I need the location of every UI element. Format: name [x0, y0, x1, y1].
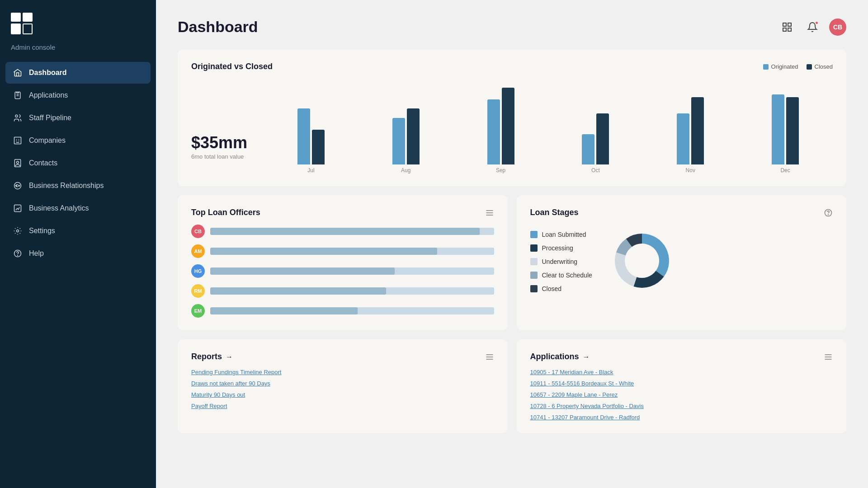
- donut-segment: [633, 271, 664, 288]
- closed-bar: [502, 88, 514, 164]
- loan-stages-title: Loan Stages: [530, 208, 579, 217]
- officer-row: EM: [191, 304, 494, 318]
- handshake-icon: [13, 181, 23, 191]
- application-link[interactable]: 10905 - 17 Meridian Ave - Black: [530, 369, 833, 375]
- list-icon-button[interactable]: [485, 208, 494, 217]
- report-link[interactable]: Draws not taken after 90 Days: [191, 380, 494, 387]
- officer-bar-fill: [210, 307, 358, 314]
- stage-dot: [530, 258, 538, 265]
- report-link[interactable]: Pending Fundings Timeline Report: [191, 369, 494, 375]
- application-link[interactable]: 10657 - 2209 Maple Lane - Perez: [530, 391, 833, 398]
- sidebar-item-label: Applications: [29, 91, 68, 99]
- sidebar-item-help[interactable]: Help: [5, 243, 151, 264]
- bottom-row: Reports → Pending Fundings Timeline Repo…: [178, 339, 846, 433]
- sidebar-item-label: Help: [29, 249, 44, 258]
- chart-total-value: $35mm: [191, 133, 264, 152]
- application-link[interactable]: 10741 - 13207 Paramount Drive - Radford: [530, 414, 833, 421]
- sidebar-item-dashboard[interactable]: Dashboard: [5, 62, 151, 84]
- closed-bar: [312, 130, 325, 164]
- user-avatar-button[interactable]: CB: [829, 19, 846, 36]
- bar-pair: [772, 94, 799, 164]
- bar-group: Sep: [453, 88, 548, 174]
- bar-group: Dec: [738, 94, 833, 174]
- sidebar-item-settings[interactable]: Settings: [5, 220, 151, 242]
- cards-grid: Originated vs Closed Originated Closed $…: [178, 49, 846, 433]
- sidebar-item-label: Companies: [29, 136, 66, 145]
- loan-stages-content: Loan Submitted Processing Underwriting C…: [530, 225, 833, 299]
- applications-widget-card: Applications → 10905 - 17 Meridian Ave -…: [517, 339, 847, 433]
- officer-bar-fill: [210, 287, 386, 295]
- grid-icon-button[interactable]: [778, 19, 796, 36]
- legend-closed: Closed: [807, 63, 833, 70]
- loan-stages-card: Loan Stages Loan Submitted Processing Un…: [517, 195, 847, 330]
- chart-title: Originated vs Closed: [191, 62, 273, 71]
- originated-vs-closed-card: Originated vs Closed Originated Closed $…: [178, 49, 846, 186]
- officer-bar-fill: [210, 228, 480, 235]
- bar-pair: [297, 108, 325, 164]
- bar-label: Nov: [686, 167, 695, 174]
- chart-total-label: 6mo total loan value: [191, 153, 264, 160]
- building-icon: [13, 136, 23, 145]
- reports-title-group: Reports →: [191, 352, 233, 361]
- reports-list-icon[interactable]: [485, 352, 494, 361]
- bar-pair: [677, 97, 704, 164]
- sidebar-item-contacts[interactable]: Contacts: [5, 152, 151, 174]
- clipboard-icon: [13, 90, 23, 100]
- officer-bar-bg: [210, 228, 494, 235]
- svg-point-11: [17, 230, 19, 232]
- sidebar-item-label: Staff Pipeline: [29, 114, 71, 122]
- officer-avatar: RM: [191, 284, 205, 298]
- apps-list-icon[interactable]: [824, 352, 833, 361]
- reports-header: Reports →: [191, 352, 494, 361]
- stage-label: Clear to Schedule: [542, 272, 592, 279]
- sidebar-item-business-relationships[interactable]: Business Relationships: [5, 175, 151, 197]
- help-circle-icon-button[interactable]: [824, 208, 833, 217]
- bar-group: Oct: [548, 113, 643, 174]
- report-link[interactable]: Maturity 90 Days out: [191, 391, 494, 398]
- chart-legend: Originated Closed: [763, 63, 833, 70]
- originated-bar: [487, 99, 500, 164]
- svg-point-6: [17, 161, 19, 164]
- svg-rect-16: [783, 28, 786, 31]
- sidebar-item-staff-pipeline[interactable]: Staff Pipeline: [5, 107, 151, 129]
- application-link[interactable]: 10728 - 6 Property Nevada Portfolio - Da…: [530, 403, 833, 409]
- svg-rect-17: [788, 28, 791, 31]
- bar-label: Oct: [591, 167, 600, 174]
- stage-label: Closed: [542, 285, 562, 292]
- loan-officers-title: Top Loan Officers: [191, 208, 260, 217]
- originated-bar: [772, 94, 784, 164]
- sidebar-item-companies[interactable]: Companies: [5, 130, 151, 151]
- page-header: Dashboard CB: [178, 18, 846, 36]
- report-link[interactable]: Payoff Report: [191, 403, 494, 409]
- apps-arrow: →: [583, 353, 590, 361]
- officer-bar-fill: [210, 248, 437, 255]
- sidebar-item-label: Contacts: [29, 159, 57, 167]
- bar-label: Dec: [780, 167, 790, 174]
- apps-widget-title: Applications: [530, 352, 579, 361]
- bar-pair: [392, 108, 420, 164]
- officer-row: RM: [191, 284, 494, 298]
- two-col-row: Top Loan Officers CB AM HG RM EM: [178, 195, 846, 330]
- application-link[interactable]: 10911 - 5514-5516 Bordeaux St - White: [530, 380, 833, 387]
- bar-label: Sep: [496, 167, 505, 174]
- gear-icon: [13, 226, 23, 236]
- bar-label: Aug: [401, 167, 410, 174]
- svg-rect-15: [788, 23, 791, 26]
- notification-button[interactable]: [804, 19, 821, 36]
- stage-dot: [530, 285, 538, 292]
- bar-group: Jul: [264, 108, 359, 174]
- sidebar-item-business-analytics[interactable]: Business Analytics: [5, 197, 151, 219]
- sidebar-item-applications[interactable]: Applications: [5, 84, 151, 106]
- stage-item: Loan Submitted: [530, 231, 592, 238]
- analytics-icon: [13, 203, 23, 213]
- stage-item: Clear to Schedule: [530, 272, 592, 279]
- donut-segment: [642, 234, 669, 277]
- bar-group: Aug: [359, 108, 453, 174]
- loan-officers-header: Top Loan Officers: [191, 208, 494, 217]
- originated-dot: [763, 64, 769, 70]
- bar-pair: [487, 88, 514, 164]
- logo-icon: [11, 13, 33, 34]
- sidebar-item-label: Settings: [29, 227, 55, 235]
- bar-group: Nov: [643, 97, 738, 174]
- officer-avatar: EM: [191, 304, 205, 318]
